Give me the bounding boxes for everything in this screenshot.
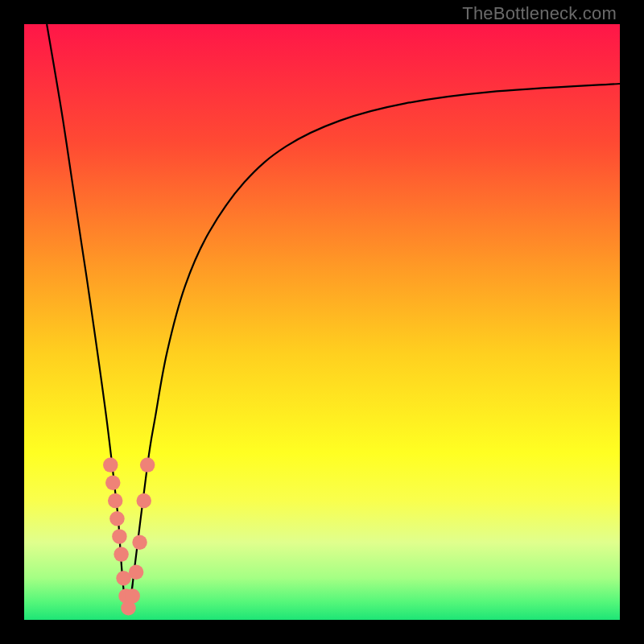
chart-svg: [24, 24, 620, 620]
highlight-dot: [108, 493, 123, 509]
highlight-dot: [129, 565, 144, 580]
plot-area: [24, 24, 620, 620]
watermark-text: TheBottleneck.com: [462, 3, 617, 24]
highlight-dot: [103, 457, 118, 473]
highlight-dot: [132, 535, 147, 551]
highlight-dot: [112, 529, 127, 544]
highlight-dot: [125, 588, 140, 604]
highlight-dot: [109, 511, 125, 526]
highlight-dot: [114, 547, 129, 562]
highlight-dot: [105, 476, 121, 491]
highlight-dot: [140, 457, 155, 473]
gradient-background: [24, 24, 620, 620]
highlight-dot: [136, 493, 151, 509]
outer-frame: TheBottleneck.com: [0, 0, 644, 644]
